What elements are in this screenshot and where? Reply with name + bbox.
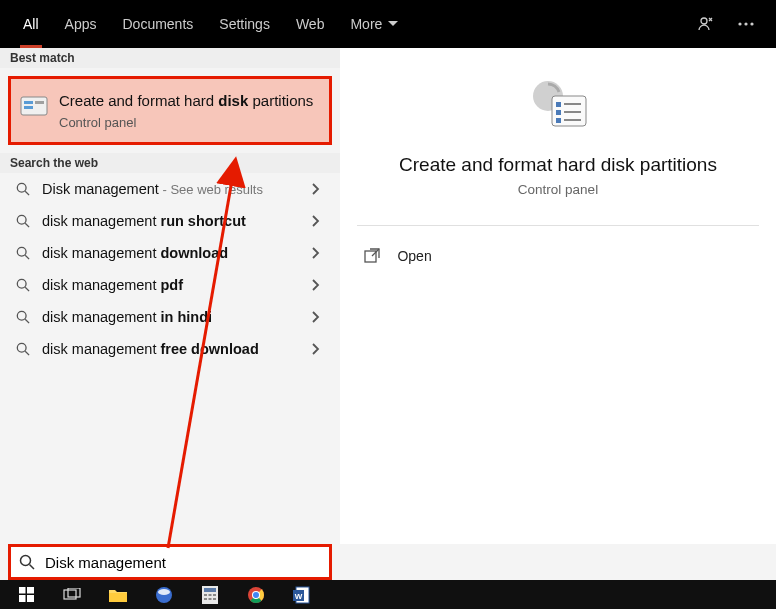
search-row <box>0 544 776 580</box>
search-icon <box>14 342 32 356</box>
svg-rect-24 <box>556 118 561 123</box>
svg-rect-31 <box>19 587 26 594</box>
preview-title: Create and format hard disk partitions <box>399 154 717 176</box>
svg-point-12 <box>17 247 26 256</box>
svg-line-11 <box>25 223 29 227</box>
best-match-subtitle: Control panel <box>59 115 317 130</box>
svg-point-0 <box>701 18 707 24</box>
svg-rect-36 <box>68 588 80 597</box>
svg-rect-42 <box>204 594 207 596</box>
preview-pane: Create and format hard disk partitions C… <box>340 48 776 544</box>
web-result[interactable]: disk management run shortcut <box>0 205 340 237</box>
search-icon <box>14 182 32 196</box>
svg-rect-47 <box>213 598 216 600</box>
taskbar: W <box>0 580 776 609</box>
web-result[interactable]: Disk management - See web results <box>0 173 340 205</box>
svg-point-14 <box>17 279 26 288</box>
file-explorer-icon[interactable] <box>96 581 140 608</box>
web-result-text: disk management pdf <box>42 277 312 293</box>
svg-rect-22 <box>556 102 561 107</box>
search-icon <box>19 554 37 570</box>
search-box[interactable] <box>8 544 332 580</box>
svg-line-9 <box>25 191 29 195</box>
svg-rect-6 <box>24 106 33 109</box>
svg-line-17 <box>25 319 29 323</box>
chevron-right-icon <box>312 343 328 355</box>
chevron-right-icon <box>312 183 328 195</box>
web-result-text: Disk management - See web results <box>42 181 312 197</box>
chevron-right-icon <box>312 311 328 323</box>
task-view-icon[interactable] <box>50 581 94 608</box>
svg-rect-35 <box>64 590 76 599</box>
svg-rect-23 <box>556 110 561 115</box>
svg-rect-5 <box>24 101 33 104</box>
search-icon <box>14 278 32 292</box>
calculator-icon[interactable] <box>188 581 232 608</box>
preview-subtitle: Control panel <box>518 182 598 197</box>
feedback-icon[interactable] <box>686 4 726 44</box>
web-result-text: disk management free download <box>42 341 312 357</box>
results-pane: Best match Create and format hard disk p… <box>0 48 340 544</box>
start-button[interactable] <box>4 581 48 608</box>
search-icon <box>14 214 32 228</box>
svg-rect-28 <box>365 251 376 262</box>
web-result[interactable]: disk management in hindi <box>0 301 340 333</box>
search-input[interactable] <box>45 554 321 571</box>
svg-rect-7 <box>35 101 44 104</box>
disk-partition-icon <box>19 91 49 121</box>
tab-apps[interactable]: Apps <box>52 0 110 48</box>
tab-documents[interactable]: Documents <box>109 0 206 48</box>
web-result-text: disk management in hindi <box>42 309 312 325</box>
svg-line-13 <box>25 255 29 259</box>
tab-all[interactable]: All <box>10 0 52 48</box>
svg-point-3 <box>750 22 753 25</box>
open-icon <box>361 248 383 264</box>
svg-rect-46 <box>209 598 212 600</box>
svg-rect-33 <box>19 595 26 602</box>
svg-line-19 <box>25 351 29 355</box>
chevron-down-icon <box>388 21 398 27</box>
divider <box>357 225 758 226</box>
svg-line-30 <box>30 565 35 570</box>
chevron-right-icon <box>312 279 328 291</box>
tab-settings[interactable]: Settings <box>206 0 283 48</box>
svg-point-10 <box>17 215 26 224</box>
svg-rect-34 <box>27 595 34 602</box>
svg-line-15 <box>25 287 29 291</box>
svg-point-1 <box>738 22 741 25</box>
word-icon[interactable]: W <box>280 581 324 608</box>
web-result[interactable]: disk management pdf <box>0 269 340 301</box>
chrome-icon[interactable] <box>234 581 278 608</box>
section-search-web: Search the web <box>0 153 340 173</box>
svg-rect-43 <box>209 594 212 596</box>
search-icon <box>14 246 32 260</box>
web-result[interactable]: disk management free download <box>0 333 340 365</box>
tab-more[interactable]: More <box>337 0 411 48</box>
open-label: Open <box>397 248 431 264</box>
svg-point-39 <box>158 589 170 595</box>
more-options-icon[interactable] <box>726 4 766 44</box>
chevron-right-icon <box>312 247 328 259</box>
web-result[interactable]: disk management download <box>0 237 340 269</box>
svg-rect-45 <box>204 598 207 600</box>
open-action[interactable]: Open <box>357 240 758 272</box>
tab-web[interactable]: Web <box>283 0 338 48</box>
svg-rect-41 <box>204 588 216 592</box>
tab-more-label: More <box>350 16 382 32</box>
svg-text:W: W <box>295 591 303 600</box>
svg-rect-37 <box>109 593 127 602</box>
svg-point-18 <box>17 343 26 352</box>
svg-point-16 <box>17 311 26 320</box>
section-best-match: Best match <box>0 48 340 68</box>
chevron-right-icon <box>312 215 328 227</box>
svg-point-52 <box>253 592 259 598</box>
search-icon <box>14 310 32 324</box>
web-result-text: disk management run shortcut <box>42 213 312 229</box>
svg-point-29 <box>21 556 31 566</box>
svg-point-8 <box>17 183 26 192</box>
disk-partition-large-icon <box>526 78 590 134</box>
search-scope-tabs: All Apps Documents Settings Web More <box>0 0 776 48</box>
app-icon-1[interactable] <box>142 581 186 608</box>
best-match-result[interactable]: Create and format hard disk partitions C… <box>8 76 332 145</box>
best-match-title: Create and format hard disk partitions <box>59 91 317 111</box>
